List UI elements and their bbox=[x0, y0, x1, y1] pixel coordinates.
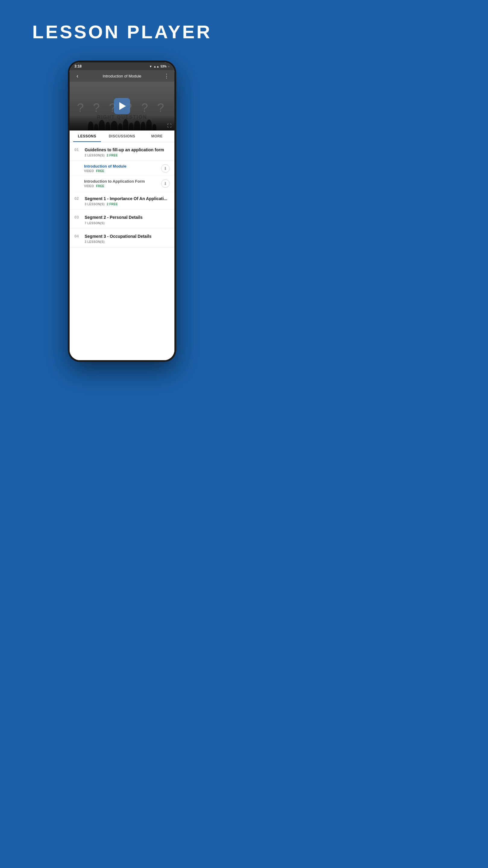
signal-icon: ▲▲ bbox=[153, 65, 159, 68]
section-info-02: Segment 1 - Importance Of An Applicati..… bbox=[85, 196, 170, 206]
play-button[interactable] bbox=[114, 98, 130, 114]
sil-5 bbox=[111, 121, 118, 130]
sil-4 bbox=[105, 122, 110, 130]
section-item-01: 01 Guidelines to fill-up an application … bbox=[70, 142, 174, 161]
free-badge-02: 2 FREE bbox=[107, 203, 118, 206]
status-time: 3:18 bbox=[74, 64, 82, 68]
section-meta-03: 7 LESSON(S) bbox=[85, 221, 170, 225]
phone-shell: 3:18 ▼ ▲▲ 53% ○ ‹ Introduction of Module… bbox=[68, 61, 176, 362]
sil-1 bbox=[88, 121, 93, 130]
sil-3 bbox=[99, 120, 105, 130]
battery-icon: ○ bbox=[168, 65, 170, 68]
section-title-03: Segment 2 - Personal Details bbox=[85, 215, 170, 220]
lesson-item-intro-form[interactable]: Introduction to Application Form VIDEO F… bbox=[70, 176, 174, 191]
section-meta-01: 2 LESSON(S) 2 FREE bbox=[85, 154, 170, 157]
lesson-type-intro-form: VIDEO FREE bbox=[84, 184, 161, 188]
tab-more[interactable]: MORE bbox=[139, 130, 174, 142]
section-info-04: Segment 3 - Occupational Details 3 LESSO… bbox=[85, 234, 170, 244]
free-badge-01: 2 FREE bbox=[107, 154, 118, 157]
sil-2 bbox=[94, 124, 98, 130]
section-info-01: Guidelines to fill-up an application for… bbox=[85, 147, 170, 157]
video-content: ? ? ? ? ? ? RIGHT QUESTION bbox=[70, 82, 174, 130]
silhouette-row bbox=[88, 119, 156, 130]
section-num-03: 03 bbox=[74, 215, 81, 219]
video-silhouettes bbox=[70, 116, 174, 130]
section-item-02: 02 Segment 1 - Importance Of An Applicat… bbox=[70, 191, 174, 210]
sil-10 bbox=[141, 122, 145, 130]
section-header-03: 03 Segment 2 - Personal Details 7 LESSON… bbox=[74, 215, 170, 224]
section-item-03: 03 Segment 2 - Personal Details 7 LESSON… bbox=[70, 210, 174, 228]
sil-12 bbox=[153, 124, 156, 130]
battery-text: 53% bbox=[161, 65, 167, 68]
section-item-04: 04 Segment 3 - Occupational Details 3 LE… bbox=[70, 229, 174, 247]
sil-7 bbox=[123, 119, 128, 130]
phone-screen: 3:18 ▼ ▲▲ 53% ○ ‹ Introduction of Module… bbox=[70, 62, 174, 360]
section-title-04: Segment 3 - Occupational Details bbox=[85, 234, 170, 239]
status-bar: 3:18 ▼ ▲▲ 53% ○ bbox=[70, 62, 174, 70]
section-header-02: 02 Segment 1 - Importance Of An Applicat… bbox=[74, 196, 170, 206]
back-button[interactable]: ‹ bbox=[73, 73, 82, 79]
lesson-title-intro-module: Introduction of Module bbox=[84, 164, 161, 168]
lesson-title-intro-form: Introduction to Application Form bbox=[84, 179, 161, 184]
status-icons: ▼ ▲▲ 53% ○ bbox=[149, 65, 170, 68]
lesson-item-intro-module[interactable]: Introduction of Module VIDEO FREE ⬇ bbox=[70, 161, 174, 176]
video-title: Introduction of Module bbox=[82, 74, 162, 79]
section-title-01: Guidelines to fill-up an application for… bbox=[85, 147, 170, 153]
lesson-info-intro-form: Introduction to Application Form VIDEO F… bbox=[84, 179, 161, 188]
free-tag-intro-module: FREE bbox=[96, 169, 104, 173]
fullscreen-button[interactable]: ⛶ bbox=[167, 123, 171, 128]
tab-discussions[interactable]: DISCUSSIONS bbox=[104, 130, 139, 142]
download-button-intro-form[interactable]: ⬇ bbox=[161, 179, 170, 188]
section-num-01: 01 bbox=[74, 147, 81, 152]
section-title-02: Segment 1 - Importance Of An Applicati..… bbox=[85, 196, 170, 201]
video-area: ‹ Introduction of Module ⋮ ? ? ? ? ? ? R… bbox=[70, 70, 174, 130]
section-num-02: 02 bbox=[74, 196, 81, 201]
lesson-info-intro-module: Introduction of Module VIDEO FREE bbox=[84, 164, 161, 173]
page-title: LESSON PLAYER bbox=[32, 21, 212, 42]
lessons-list: 01 Guidelines to fill-up an application … bbox=[70, 142, 174, 360]
section-header-01: 01 Guidelines to fill-up an application … bbox=[74, 147, 170, 157]
sil-8 bbox=[129, 123, 133, 130]
free-tag-intro-form: FREE bbox=[96, 184, 104, 188]
sil-9 bbox=[134, 121, 140, 130]
section-num-04: 04 bbox=[74, 234, 81, 239]
section-info-03: Segment 2 - Personal Details 7 LESSON(S) bbox=[85, 215, 170, 224]
section-header-04: 04 Segment 3 - Occupational Details 3 LE… bbox=[74, 234, 170, 244]
tabs-bar: LESSONS DISCUSSIONS MORE bbox=[70, 130, 174, 142]
download-button-intro-module[interactable]: ⬇ bbox=[161, 164, 170, 173]
video-header: ‹ Introduction of Module ⋮ bbox=[70, 70, 174, 82]
lesson-type-intro-module: VIDEO FREE bbox=[84, 169, 161, 173]
sil-11 bbox=[146, 120, 152, 130]
more-button[interactable]: ⋮ bbox=[162, 73, 171, 79]
play-icon bbox=[119, 102, 126, 110]
sil-6 bbox=[118, 123, 122, 130]
wifi-icon: ▼ bbox=[149, 65, 152, 68]
section-meta-04: 3 LESSON(S) bbox=[85, 240, 170, 244]
section-meta-02: 3 LESSON(S) 2 FREE bbox=[85, 203, 170, 206]
tab-lessons[interactable]: LESSONS bbox=[70, 130, 104, 142]
